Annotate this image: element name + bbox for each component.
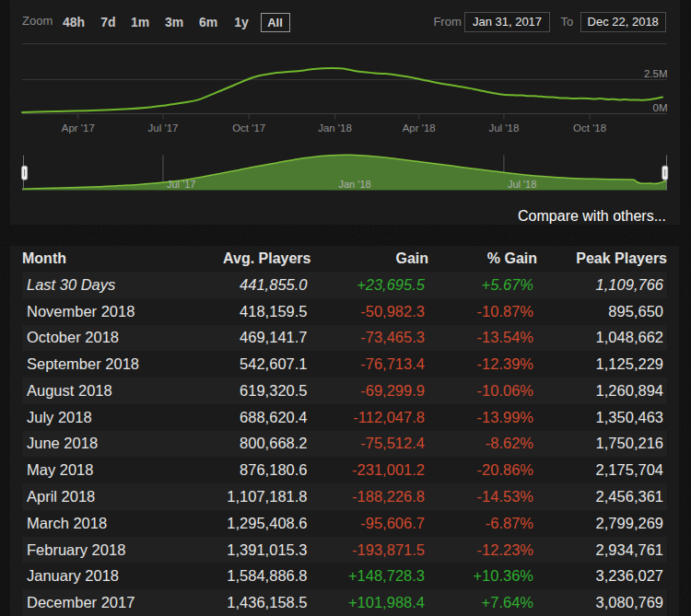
svg-text:Apr '17: Apr '17 <box>62 122 95 134</box>
svg-text:Oct '17: Oct '17 <box>232 122 265 134</box>
svg-text:0M: 0M <box>653 102 668 113</box>
svg-text:Jan '18: Jan '18 <box>339 179 371 190</box>
svg-text:Jul '18: Jul '18 <box>488 122 519 134</box>
svg-text:Jul '17: Jul '17 <box>148 122 179 134</box>
svg-text:Apr '18: Apr '18 <box>403 122 436 134</box>
svg-text:Jan '18: Jan '18 <box>318 122 352 134</box>
svg-text:Jul '17: Jul '17 <box>167 179 195 190</box>
svg-text:Jul '18: Jul '18 <box>508 179 536 190</box>
svg-text:Oct '18: Oct '18 <box>573 122 606 134</box>
svg-text:2.5M: 2.5M <box>644 68 668 79</box>
